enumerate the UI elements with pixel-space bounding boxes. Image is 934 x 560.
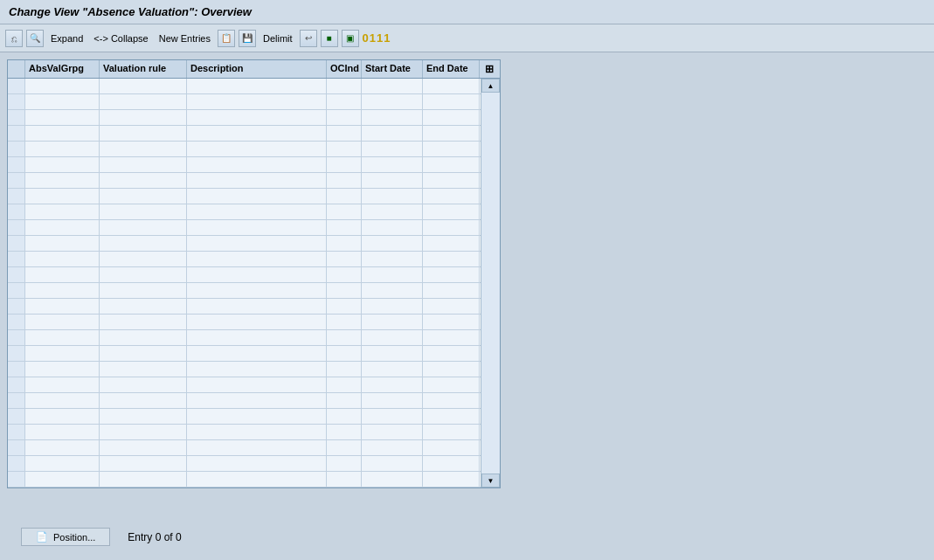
cell-description[interactable] <box>187 299 327 314</box>
cell-valrule[interactable] <box>100 220 187 235</box>
cell-absvalgrpg[interactable] <box>25 346 100 361</box>
row-selector[interactable] <box>8 252 25 266</box>
cell-absvalgrpg[interactable] <box>25 393 100 408</box>
cell-enddate[interactable] <box>423 173 480 188</box>
cell-absvalgrpg[interactable] <box>25 377 100 392</box>
cell-description[interactable] <box>187 220 327 235</box>
cell-absvalgrpg[interactable] <box>25 252 100 266</box>
cell-ocind[interactable] <box>327 299 362 314</box>
cell-startdate[interactable] <box>362 362 423 377</box>
table-row[interactable] <box>8 126 481 142</box>
cell-startdate[interactable] <box>362 142 423 156</box>
cell-valrule[interactable] <box>100 189 187 204</box>
cell-enddate[interactable] <box>423 126 480 141</box>
toolbar-icon-2[interactable]: ■ <box>321 30 338 47</box>
row-selector[interactable] <box>8 425 25 439</box>
cell-valrule[interactable] <box>100 204 187 219</box>
table-row[interactable] <box>8 440 481 456</box>
cell-ocind[interactable] <box>327 425 362 439</box>
cell-startdate[interactable] <box>362 79 423 93</box>
cell-valrule[interactable] <box>100 393 187 408</box>
cell-ocind[interactable] <box>327 472 362 487</box>
cell-description[interactable] <box>187 393 327 408</box>
table-row[interactable] <box>8 409 481 425</box>
cell-absvalgrpg[interactable] <box>25 79 100 93</box>
row-selector[interactable] <box>8 409 25 424</box>
row-selector[interactable] <box>8 79 25 93</box>
cell-enddate[interactable] <box>423 220 480 235</box>
cell-enddate[interactable] <box>423 252 480 266</box>
cell-description[interactable] <box>187 362 327 377</box>
cell-absvalgrpg[interactable] <box>25 315 100 329</box>
cell-startdate[interactable] <box>362 315 423 329</box>
cell-startdate[interactable] <box>362 173 423 188</box>
cell-description[interactable] <box>187 472 327 487</box>
cell-enddate[interactable] <box>423 409 480 424</box>
cell-ocind[interactable] <box>327 283 362 298</box>
cell-description[interactable] <box>187 173 327 188</box>
cell-enddate[interactable] <box>423 142 480 156</box>
cell-valrule[interactable] <box>100 377 187 392</box>
cell-enddate[interactable] <box>423 440 480 455</box>
cell-absvalgrpg[interactable] <box>25 110 100 125</box>
cell-valrule[interactable] <box>100 425 187 439</box>
table-row[interactable] <box>8 456 481 472</box>
table-row[interactable] <box>8 299 481 315</box>
table-row[interactable] <box>8 157 481 173</box>
cell-startdate[interactable] <box>362 440 423 455</box>
cell-description[interactable] <box>187 330 327 345</box>
cell-startdate[interactable] <box>362 126 423 141</box>
table-row[interactable] <box>8 79 481 94</box>
cell-valrule[interactable] <box>100 267 187 282</box>
cell-startdate[interactable] <box>362 110 423 125</box>
cell-ocind[interactable] <box>327 267 362 282</box>
table-row[interactable] <box>8 236 481 252</box>
cell-startdate[interactable] <box>362 157 423 172</box>
cell-startdate[interactable] <box>362 393 423 408</box>
table-row[interactable] <box>8 377 481 393</box>
cell-enddate[interactable] <box>423 283 480 298</box>
save-icon[interactable]: 💾 <box>239 30 256 47</box>
cell-enddate[interactable] <box>423 456 480 471</box>
cell-valrule[interactable] <box>100 456 187 471</box>
cell-description[interactable] <box>187 236 327 251</box>
toolbar-icon-1[interactable]: ↩ <box>300 30 317 47</box>
find-icon[interactable]: 🔍 <box>26 30 44 47</box>
cell-startdate[interactable] <box>362 236 423 251</box>
table-row[interactable] <box>8 252 481 267</box>
table-row[interactable] <box>8 362 481 377</box>
table-row[interactable] <box>8 472 481 487</box>
cell-description[interactable] <box>187 377 327 392</box>
col-header-settings[interactable]: ⊞ <box>480 60 499 78</box>
row-selector[interactable] <box>8 362 25 377</box>
cell-description[interactable] <box>187 456 327 471</box>
cell-enddate[interactable] <box>423 472 480 487</box>
cell-ocind[interactable] <box>327 456 362 471</box>
cell-enddate[interactable] <box>423 94 480 109</box>
table-row[interactable] <box>8 94 481 110</box>
cell-absvalgrpg[interactable] <box>25 126 100 141</box>
cell-valrule[interactable] <box>100 346 187 361</box>
cell-startdate[interactable] <box>362 346 423 361</box>
cell-valrule[interactable] <box>100 440 187 455</box>
cell-ocind[interactable] <box>327 440 362 455</box>
cell-description[interactable] <box>187 142 327 156</box>
cell-enddate[interactable] <box>423 393 480 408</box>
cell-absvalgrpg[interactable] <box>25 362 100 377</box>
copy-icon[interactable]: 📋 <box>218 30 235 47</box>
table-row[interactable] <box>8 204 481 220</box>
position-button[interactable]: 📄 Position... <box>21 528 110 546</box>
cell-valrule[interactable] <box>100 79 187 93</box>
row-selector[interactable] <box>8 393 25 408</box>
cell-startdate[interactable] <box>362 299 423 314</box>
cell-enddate[interactable] <box>423 377 480 392</box>
cell-valrule[interactable] <box>100 362 187 377</box>
collapse-button[interactable]: <-> Collapse <box>90 31 151 45</box>
cell-valrule[interactable] <box>100 157 187 172</box>
cell-startdate[interactable] <box>362 456 423 471</box>
delimit-button[interactable]: Delimit <box>259 31 296 45</box>
toolbar-icon-3[interactable]: ▣ <box>342 30 359 47</box>
vertical-scrollbar[interactable]: ▲ ▼ <box>481 79 500 487</box>
cell-ocind[interactable] <box>327 409 362 424</box>
cell-absvalgrpg[interactable] <box>25 157 100 172</box>
